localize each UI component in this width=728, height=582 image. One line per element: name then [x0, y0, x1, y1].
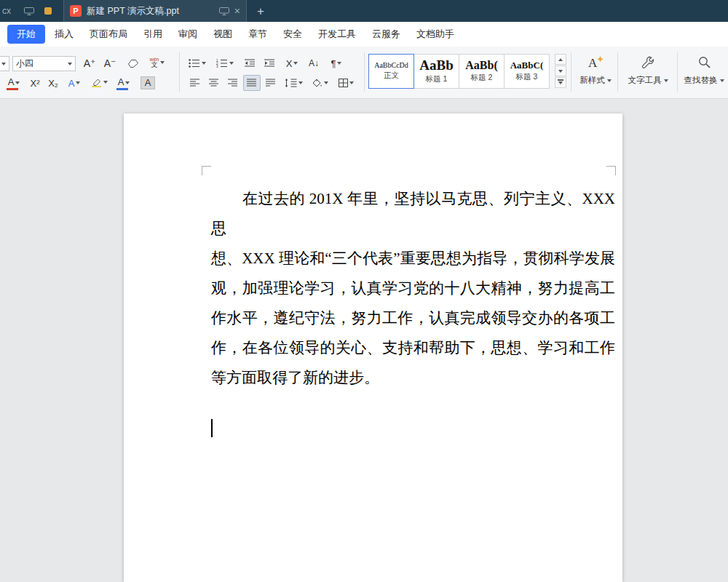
style-heading-2[interactable]: AaBb( 标题 2 — [459, 54, 505, 89]
chevron-down-icon — [558, 70, 563, 73]
new-tab-button[interactable]: + — [257, 5, 264, 17]
chevron-down-icon — [607, 79, 612, 82]
menu-item-review[interactable]: 审阅 — [170, 25, 205, 44]
chevron-down-icon — [558, 81, 563, 84]
new-style-label: 新样式 — [579, 75, 605, 86]
numbered-list-icon: 123 — [216, 59, 228, 68]
margin-mark-right — [606, 166, 616, 175]
subscript-button[interactable]: X₂ — [44, 75, 62, 91]
divider — [364, 52, 365, 92]
chevron-down-icon — [349, 81, 354, 84]
menu-item-view[interactable]: 视图 — [205, 25, 240, 44]
increase-indent-button[interactable] — [260, 55, 279, 71]
bullet-list-icon — [189, 59, 200, 68]
titlebar: cx P 新建 PPT 演示文稿.ppt × + — [0, 0, 728, 22]
monitor-icon — [24, 7, 34, 15]
font-family-select[interactable] — [0, 56, 9, 71]
numbered-list-button[interactable]: 123 — [213, 55, 237, 71]
text-line: 观，加强理论学习，认真学习党的十八大精神，努力提高工 — [211, 274, 615, 303]
text-direction-button[interactable]: X — [281, 55, 303, 71]
chevron-down-icon — [15, 81, 20, 84]
increase-font-button[interactable]: A⁺ — [80, 55, 99, 71]
search-icon — [697, 53, 711, 71]
menu-item-doc-assistant[interactable]: 文档助手 — [408, 25, 462, 44]
close-icon[interactable]: × — [234, 6, 240, 16]
underline-color-button[interactable]: A — [113, 75, 135, 91]
menu-item-security[interactable]: 安全 — [275, 25, 310, 44]
style-normal[interactable]: AaBbCcDd 正文 — [368, 54, 414, 89]
pinyin-icon: wén 文 — [150, 57, 159, 68]
text-effect-button[interactable]: A — [63, 75, 85, 91]
text-effect-icon: A — [68, 78, 75, 89]
monitor-icon — [219, 7, 229, 15]
more-bar — [558, 79, 563, 81]
shading-button[interactable] — [308, 75, 331, 91]
style-heading-1[interactable]: AaBb 标题 1 — [414, 54, 459, 89]
style-gallery-more[interactable] — [555, 77, 566, 88]
highlighter-icon — [91, 78, 102, 87]
decrease-font-button[interactable]: A⁻ — [100, 55, 119, 71]
align-right-button[interactable] — [224, 75, 242, 91]
border-button[interactable] — [334, 75, 357, 91]
chevron-down-icon — [1, 63, 6, 65]
clear-format-button[interactable] — [124, 55, 143, 71]
distribute-button[interactable] — [262, 75, 280, 91]
highlight-button[interactable] — [87, 74, 111, 90]
text-line: 作，在各位领导的关心、支持和帮助下，思想、学习和工作 — [211, 333, 615, 363]
chevron-down-icon — [76, 81, 80, 84]
document-text: 在过去的 201X 年里，坚持以马克思、列宁主义、XXX 思 想、XXX 理论和… — [211, 184, 615, 393]
paragraph-mark-button[interactable]: ¶ — [325, 55, 348, 71]
text-direction-icon: X — [286, 58, 293, 69]
align-left-button[interactable] — [186, 75, 204, 91]
line-spacing-button[interactable] — [282, 75, 305, 91]
document-page[interactable]: 在过去的 201X 年里，坚持以马克思、列宁主义、XXX 思 想、XXX 理论和… — [124, 113, 622, 582]
paragraph-mark-icon: ¶ — [331, 58, 336, 69]
chevron-up-icon — [558, 58, 563, 61]
find-replace-label: 查找替换 — [684, 75, 718, 86]
menu-item-section[interactable]: 章节 — [240, 25, 275, 44]
partial-tab[interactable]: cx — [2, 6, 17, 16]
chevron-down-icon — [202, 62, 206, 65]
style-preview: AaBb — [419, 58, 453, 73]
decrease-indent-icon — [245, 59, 256, 68]
menu-item-references[interactable]: 引用 — [135, 25, 170, 44]
justify-button[interactable] — [243, 75, 261, 91]
chevron-down-icon — [103, 81, 108, 84]
style-heading-3[interactable]: AaBbC( 标题 3 — [504, 54, 550, 89]
menu-item-home[interactable]: 开始 — [7, 25, 45, 44]
style-scroll-up[interactable] — [555, 54, 566, 65]
chevron-down-icon — [324, 81, 328, 84]
decrease-indent-button[interactable] — [240, 55, 259, 71]
character-shading-button[interactable]: A — [138, 75, 158, 91]
style-scroll-down[interactable] — [555, 65, 566, 76]
document-tab[interactable]: P 新建 PPT 演示文稿.ppt × — [63, 0, 247, 22]
style-preview: AaBbC( — [510, 60, 544, 71]
align-right-icon — [228, 79, 238, 87]
chevron-down-icon — [229, 62, 234, 65]
menu-bar: 开始 插入 页面布局 引用 审阅 视图 章节 安全 开发工具 云服务 文档助手 — [0, 22, 728, 47]
chevron-down-icon — [337, 62, 341, 65]
menu-item-insert[interactable]: 插入 — [47, 25, 82, 44]
divider — [677, 52, 678, 92]
pinyin-guide-button[interactable]: wén 文 — [144, 55, 170, 71]
tab-title: 新建 PPT 演示文稿.ppt — [87, 5, 215, 17]
text-tool-button[interactable]: 文字工具 — [620, 53, 676, 86]
font-size-select[interactable]: 小四 — [12, 56, 76, 71]
menu-item-page-layout[interactable]: 页面布局 — [82, 25, 135, 44]
font-color-button[interactable]: A — [3, 75, 25, 91]
superscript-button[interactable]: X² — [26, 75, 44, 91]
chevron-down-icon — [125, 81, 130, 84]
style-preview: AaBb( — [465, 60, 497, 72]
font-size-value: 小四 — [16, 57, 65, 70]
sort-button[interactable]: A↓ — [304, 55, 324, 71]
text-tool-label: 文字工具 — [628, 75, 662, 86]
menu-item-cloud[interactable]: 云服务 — [364, 25, 408, 44]
menu-item-dev-tools[interactable]: 开发工具 — [310, 25, 364, 44]
paint-bucket-icon — [312, 79, 323, 87]
new-style-button[interactable]: A 新样式 — [575, 53, 616, 86]
find-replace-button[interactable]: 查找替换 — [680, 53, 728, 86]
bullet-list-button[interactable] — [185, 55, 210, 71]
svg-text:A: A — [588, 56, 598, 70]
align-center-button[interactable] — [205, 75, 223, 91]
align-center-icon — [209, 79, 219, 87]
